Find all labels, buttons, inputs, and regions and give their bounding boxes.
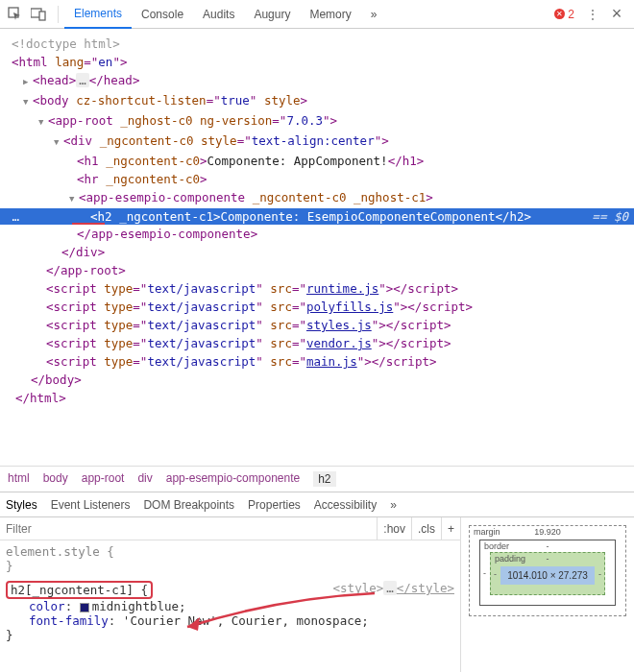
breadcrumb: html body app-root div app-esempio-compo… — [0, 466, 634, 492]
new-rule-button[interactable]: + — [441, 517, 460, 540]
subtab-accessibility[interactable]: Accessibility — [314, 498, 377, 512]
error-count-badge[interactable]: ✕ 2 — [554, 8, 574, 21]
breadcrumb-item[interactable]: app-root — [82, 471, 125, 487]
bm-border-top: - — [547, 541, 549, 551]
dom-node-html[interactable]: <html lang="en"> — [0, 53, 634, 71]
bm-border-left: - — [483, 568, 486, 578]
dom-node-h1[interactable]: <h1 _ngcontent-c0>Componente: AppCompone… — [0, 152, 634, 170]
breadcrumb-item[interactable]: html — [8, 471, 30, 487]
styles-filter-input[interactable] — [0, 519, 377, 539]
bm-margin-top: 19.920 — [534, 527, 561, 537]
styles-rules[interactable]: element.style { } h2[_ngcontent-c1] { <s… — [0, 540, 460, 646]
bm-border-label: border — [484, 541, 509, 551]
tab-elements[interactable]: Elements — [64, 0, 132, 29]
dom-node-esempio[interactable]: <app-esempio-componente _ngcontent-c0 _n… — [0, 188, 634, 208]
dom-node-script[interactable]: <script type="text/javascript" src="runt… — [0, 279, 634, 298]
styles-panel: :hov .cls + element.style { } h2[_ngcont… — [0, 517, 634, 672]
dom-tree[interactable]: <!doctype html> <html lang="en"> <head>…… — [0, 29, 634, 466]
bm-padding-label: padding — [495, 554, 525, 564]
dom-node-h2-selected[interactable]: … <h2 _ngcontent-c1>Componente: EsempioC… — [0, 208, 634, 225]
hov-toggle[interactable]: :hov — [377, 517, 411, 540]
dom-node-head[interactable]: <head>…</head> — [0, 71, 634, 91]
cls-toggle[interactable]: .cls — [411, 517, 441, 540]
subtab-properties[interactable]: Properties — [248, 498, 301, 512]
breadcrumb-item[interactable]: div — [137, 471, 152, 487]
subtab-styles[interactable]: Styles — [6, 498, 37, 512]
css-declaration[interactable]: color: midnightblue; — [6, 599, 454, 613]
dom-close-html[interactable]: </html> — [0, 389, 634, 407]
error-icon: ✕ — [554, 9, 565, 19]
bm-padding-left: - — [494, 569, 497, 579]
css-rule[interactable]: h2[_ngcontent-c1] { <style>…</style> — [6, 581, 454, 599]
close-icon[interactable]: × — [606, 4, 627, 25]
tab-audits[interactable]: Audits — [193, 0, 244, 29]
selected-ref: == $0 — [592, 209, 634, 224]
device-toggle-icon[interactable] — [28, 4, 49, 25]
dom-node-hr[interactable]: <hr _ngcontent-c0> — [0, 170, 634, 188]
brace-close: } — [6, 628, 454, 642]
collapse-arrow-icon[interactable] — [23, 92, 33, 110]
tab-memory[interactable]: Memory — [300, 0, 360, 29]
svg-rect-2 — [39, 12, 45, 20]
tab-augury[interactable]: Augury — [244, 0, 300, 29]
expand-arrow-icon[interactable] — [23, 72, 33, 90]
bm-padding-right: - — [598, 569, 601, 579]
color-swatch-icon[interactable] — [80, 603, 89, 612]
dom-close-div[interactable]: </div> — [0, 243, 634, 261]
rule-source[interactable]: <style>…</style> — [333, 581, 454, 595]
dom-node-script[interactable]: <script type="text/javascript" src="vend… — [0, 334, 634, 352]
breadcrumb-item[interactable]: app-esempio-componente — [166, 471, 300, 487]
element-style-rule[interactable]: element.style { — [6, 544, 454, 559]
box-model[interactable]: margin 19.920 border - - padding - - 101… — [461, 517, 634, 672]
styles-tabs: Styles Event Listeners DOM Breakpoints P… — [0, 492, 634, 517]
inspect-icon[interactable] — [4, 4, 25, 25]
bm-margin-label: margin — [474, 527, 500, 537]
rule-selector-highlighted[interactable]: h2[_ngcontent-c1] { — [6, 581, 153, 599]
subtab-dom-breakpoints[interactable]: DOM Breakpoints — [143, 498, 234, 512]
devtools-toolbar: Elements Console Audits Augury Memory » … — [0, 0, 634, 29]
breadcrumb-item-current[interactable]: h2 — [313, 471, 335, 487]
dom-node-script[interactable]: <script type="text/javascript" src="main… — [0, 352, 634, 371]
bm-content-size: 1014.010 × 27.273 — [500, 566, 595, 585]
collapse-arrow-icon[interactable] — [38, 112, 48, 131]
subtabs-overflow[interactable]: » — [390, 498, 397, 512]
dom-close-body[interactable]: </body> — [0, 371, 634, 389]
collapse-arrow-icon[interactable] — [54, 132, 63, 151]
dom-node-script[interactable]: <script type="text/javascript" src="poly… — [0, 298, 634, 316]
dom-node-app-root[interactable]: <app-root _nghost-c0 ng-version="7.0.3"> — [0, 111, 634, 132]
bm-padding-top: - — [547, 554, 549, 564]
gutter-ellipsis: … — [0, 209, 23, 224]
styles-filter-row: :hov .cls + — [0, 517, 460, 540]
kebab-menu-icon[interactable]: ⋮ — [582, 4, 603, 25]
breadcrumb-item[interactable]: body — [43, 471, 68, 487]
dom-node-body[interactable]: <body cz-shortcut-listen="true" style> — [0, 91, 634, 111]
tabs-overflow[interactable]: » — [361, 0, 387, 29]
dom-doctype[interactable]: <!doctype html> — [0, 35, 634, 53]
dom-node-div[interactable]: <div _ngcontent-c0 style="text-align:cen… — [0, 132, 634, 152]
css-declaration[interactable]: font-family: 'Courier New', Courier, mon… — [6, 613, 454, 628]
dom-node-script[interactable]: <script type="text/javascript" src="styl… — [0, 316, 634, 334]
error-count: 2 — [568, 8, 574, 21]
dom-close-approot[interactable]: </app-root> — [0, 261, 634, 279]
separator — [58, 6, 59, 23]
brace-close: } — [6, 559, 454, 573]
dom-close-esempio[interactable]: </app-esempio-componente> — [0, 225, 634, 243]
tab-console[interactable]: Console — [132, 0, 193, 29]
collapse-arrow-icon[interactable] — [69, 189, 79, 207]
subtab-event-listeners[interactable]: Event Listeners — [51, 498, 131, 512]
